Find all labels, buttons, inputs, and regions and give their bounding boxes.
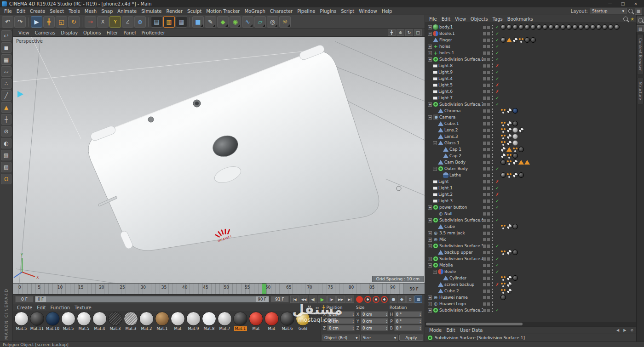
panel-tab-structure[interactable]: Structure (637, 78, 644, 104)
axis-x-lock[interactable]: X (97, 16, 109, 28)
menu-window[interactable]: Window (356, 8, 379, 14)
visibility-dots[interactable] (491, 198, 494, 204)
coordinate-field-position-x[interactable]: 0 cm▴▾ (327, 311, 355, 317)
visibility-dots[interactable] (491, 205, 494, 210)
object-row-light-8[interactable]: Light.8✗ (425, 63, 636, 69)
make-editable-icon[interactable]: ↩ (1, 30, 12, 41)
object-row-cam-body[interactable]: Cam Body (425, 159, 636, 165)
photo-tag[interactable] (548, 24, 554, 30)
layer-toggle[interactable] (483, 32, 490, 35)
layer-toggle[interactable] (483, 64, 490, 68)
enable-state[interactable]: ✗ (495, 63, 500, 68)
frame-range-slider[interactable]: 0 F 90 F (35, 296, 269, 302)
object-row-light-5[interactable]: Light.5✗ (425, 82, 636, 88)
object-row-boole-1[interactable]: +Boole.1✓ (425, 30, 636, 37)
start-frame-field[interactable]: 0 F (15, 296, 34, 302)
expand-toggle[interactable]: + (428, 218, 432, 222)
visibility-dots[interactable] (491, 224, 494, 229)
visibility-dots[interactable] (491, 82, 494, 88)
enable-state[interactable]: ✓ (495, 308, 500, 313)
photo-tag[interactable] (596, 24, 602, 30)
menu-motion-tracker[interactable]: Motion Tracker (204, 8, 242, 14)
close-button[interactable]: × (629, 0, 642, 7)
timeline-playhead[interactable] (262, 284, 266, 294)
layer-toggle[interactable] (483, 251, 490, 254)
visibility-dots[interactable] (491, 44, 494, 49)
material-mat-8-12[interactable]: Mat.8 (201, 312, 217, 341)
layer-toggle[interactable] (483, 290, 490, 293)
viewport-canvas[interactable]: HUAWEI Y X (13, 37, 425, 283)
object-row-backup-upper[interactable]: backup upper (425, 249, 636, 256)
layer-toggle[interactable] (483, 45, 490, 48)
field-stepper[interactable]: ▴▾ (386, 313, 387, 316)
search-icon[interactable] (623, 17, 628, 21)
layer-toggle[interactable] (483, 257, 490, 261)
gray-tag[interactable] (512, 127, 518, 133)
expand-toggle[interactable]: + (428, 244, 432, 248)
expand-toggle[interactable]: − (433, 270, 437, 274)
enable-state[interactable]: ✓ (495, 218, 500, 222)
coordinate-field-size-z[interactable]: 0 cm▴▾ (361, 325, 388, 331)
expand-toggle[interactable]: + (428, 257, 432, 261)
checker-tag[interactable] (500, 147, 506, 152)
enable-state[interactable]: ✗ (495, 89, 500, 94)
panel-icon[interactable]: ▤ (637, 25, 644, 32)
visibility-dots[interactable] (491, 288, 494, 294)
stepper-down[interactable]: ▾ (420, 314, 421, 316)
dark-tag[interactable] (512, 121, 518, 126)
points-mode-icon[interactable]: ∴ (1, 78, 12, 89)
last-used-tool[interactable]: → (85, 16, 96, 28)
visibility-dots[interactable] (491, 76, 494, 81)
stepper-down[interactable]: ▾ (352, 321, 354, 323)
redo-icon[interactable]: ↷ (14, 16, 26, 28)
odots-tag[interactable] (500, 121, 506, 126)
object-row-cap-2[interactable]: Cap 2 (425, 153, 636, 159)
object-row-cube-1[interactable]: Cube.1 (425, 120, 636, 127)
layer-toggle[interactable] (483, 77, 490, 80)
next-frame-button[interactable]: |▶ (327, 296, 336, 303)
dark-tag[interactable] (512, 275, 518, 281)
visibility-dots[interactable] (491, 211, 494, 216)
photo-tag[interactable] (614, 24, 620, 30)
polygons-mode-icon[interactable]: ▲ (1, 102, 12, 113)
expand-toggle[interactable]: + (428, 57, 432, 62)
visibility-dots[interactable] (491, 237, 494, 242)
visibility-dots[interactable] (491, 147, 494, 152)
om-menu-tags[interactable]: Tags (490, 17, 505, 22)
layer-toggle[interactable] (483, 103, 490, 106)
play-button[interactable]: ▶ (318, 296, 327, 303)
photo-tag[interactable] (608, 24, 614, 30)
om-horizontal-scrollbar[interactable] (425, 322, 636, 326)
layer-toggle[interactable] (483, 71, 490, 74)
object-row-huawei-logo[interactable]: +⊕Huawei Logo (425, 301, 636, 307)
material-menu-texture[interactable]: Texture (72, 305, 94, 310)
record-keyframe-button[interactable] (356, 296, 363, 303)
layer-toggle[interactable] (483, 238, 490, 241)
visibility-dots[interactable] (491, 192, 494, 197)
layer-toggle[interactable] (483, 199, 490, 203)
range-end-grip[interactable]: 90 F (256, 296, 269, 302)
layer-toggle[interactable] (483, 90, 490, 93)
menu-snap[interactable]: Snap (99, 8, 115, 14)
object-row-lathe[interactable]: Lathe (425, 172, 636, 178)
layer-toggle[interactable] (483, 26, 490, 29)
material-menu-edit[interactable]: Edit (34, 305, 48, 310)
odots-tag[interactable] (512, 147, 518, 152)
scale-tool[interactable]: ◱ (56, 16, 67, 28)
menu-edit[interactable]: Edit (14, 8, 28, 14)
photo-tag[interactable] (536, 24, 542, 30)
object-row-lens-3[interactable]: Lens.3 (425, 133, 636, 140)
menu-mograph[interactable]: MoGraph (242, 8, 267, 14)
expand-toggle[interactable]: + (428, 45, 432, 49)
visibility-dots[interactable] (491, 127, 494, 133)
timeline-ruler[interactable]: 051015202530354045505560657075808590 59 … (13, 283, 425, 294)
checker-tag[interactable] (506, 121, 512, 126)
layer-toggle[interactable] (483, 97, 490, 100)
dark-tag[interactable] (512, 153, 518, 159)
expand-toggle[interactable]: + (428, 51, 432, 55)
bookmark-icon[interactable]: ★ (630, 17, 634, 22)
autokey-toggle[interactable]: ● (390, 296, 397, 303)
object-mode-dropdown[interactable]: Object (Rel) ▾ (322, 335, 360, 341)
visibility-dots[interactable] (491, 24, 494, 30)
menu-render[interactable]: Render (164, 8, 185, 14)
